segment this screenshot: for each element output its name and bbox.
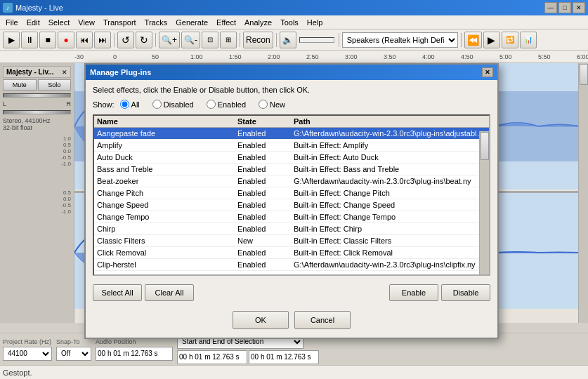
plugin-row[interactable]: Change TempoEnabledBuilt-in Effect: Chan…: [94, 211, 489, 223]
clear-all-button[interactable]: Clear All: [145, 284, 194, 301]
plugin-row[interactable]: Clip-herstelEnabledG:\Afterdawn\audacity…: [94, 259, 489, 271]
enable-button[interactable]: Enable: [389, 284, 438, 301]
dialog-btn-left: Select All Clear All: [93, 284, 194, 301]
plugin-list-body[interactable]: Aangepaste fadeEnabledG:\Afterdawn\audac…: [94, 128, 489, 271]
plugin-list-header: Name State Path: [94, 116, 489, 128]
dialog-overlay: Manage Plug-ins ✕ Select effects, click …: [0, 0, 588, 379]
col-state-header: State: [237, 117, 294, 126]
list-scrollbar[interactable]: [479, 131, 489, 274]
dialog-title: Manage Plug-ins: [90, 68, 151, 77]
plugin-row[interactable]: Aangepaste fadeEnabledG:\Afterdawn\audac…: [94, 128, 489, 140]
select-all-button[interactable]: Select All: [93, 284, 142, 301]
ok-button[interactable]: OK: [233, 311, 289, 329]
filter-disabled-radio[interactable]: [152, 100, 162, 109]
filter-all-label[interactable]: All: [120, 100, 140, 109]
filter-new-radio[interactable]: [259, 100, 268, 109]
filter-all-radio[interactable]: [120, 100, 129, 109]
plugin-row[interactable]: Bass and TrebleEnabledBuilt-in Effect: B…: [94, 164, 489, 175]
dialog-content: Select effects, click the Enable or Disa…: [86, 80, 497, 338]
show-label: Show:: [93, 100, 115, 109]
plugin-row[interactable]: Change SpeedEnabledBuilt-in Effect: Chan…: [94, 199, 489, 211]
dialog-close-button[interactable]: ✕: [482, 67, 493, 77]
plugin-list-container: Name State Path Aangepaste fadeEnabledG:…: [93, 114, 490, 276]
plugin-row[interactable]: Classic FiltersNewBuilt-in Effect: Class…: [94, 235, 489, 247]
dialog-titlebar: Manage Plug-ins ✕: [86, 65, 497, 80]
list-scrollbar-thumb[interactable]: [481, 132, 489, 160]
filter-radio-group: All Disabled Enabled New: [120, 100, 291, 109]
filter-new-label[interactable]: New: [259, 100, 285, 109]
plugin-row[interactable]: Beat-zoekerEnabledG:\Afterdawn\audacity-…: [94, 175, 489, 187]
plugin-row[interactable]: Change PitchEnabledBuilt-in Effect: Chan…: [94, 187, 489, 199]
disable-button[interactable]: Disable: [441, 284, 490, 301]
manage-plugins-dialog: Manage Plug-ins ✕ Select effects, click …: [84, 63, 499, 339]
dialog-ok-row: OK Cancel: [93, 308, 490, 332]
dialog-instruction: Select effects, click the Enable or Disa…: [93, 86, 490, 94]
col-path-header: Path: [294, 117, 486, 126]
dialog-btn-row: Select All Clear All Enable Disable: [93, 281, 490, 304]
plugin-row[interactable]: Click RemovalEnabledBuilt-in Effect: Cli…: [94, 247, 489, 259]
filter-enabled-label[interactable]: Enabled: [207, 100, 246, 109]
filter-enabled-radio[interactable]: [207, 100, 216, 109]
filter-disabled-label[interactable]: Disabled: [152, 100, 194, 109]
dialog-btn-right: Enable Disable: [389, 284, 490, 301]
plugin-row[interactable]: AmplifyEnabledBuilt-in Effect: Amplify: [94, 140, 489, 152]
dialog-filter-row: Show: All Disabled Enabled: [93, 100, 490, 109]
plugin-row[interactable]: ChirpEnabledBuilt-in Effect: Chirp: [94, 223, 489, 235]
cancel-button[interactable]: Cancel: [294, 311, 351, 329]
col-name-header: Name: [97, 117, 237, 126]
plugin-row[interactable]: Auto DuckEnabledBuilt-in Effect: Auto Du…: [94, 152, 489, 164]
